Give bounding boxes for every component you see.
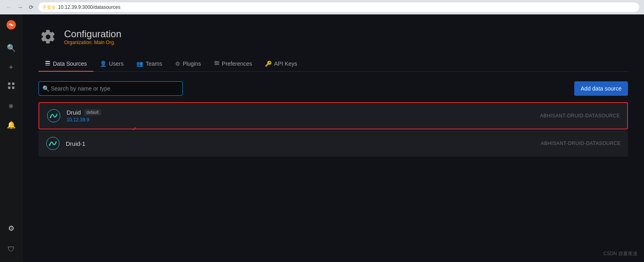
explore-icon: ⎈	[9, 102, 13, 110]
sidebar-item-new[interactable]: +	[2, 58, 20, 76]
svg-rect-3	[12, 83, 14, 85]
sidebar-item-config[interactable]: ⚙	[2, 220, 20, 237]
grafana-logo[interactable]	[4, 18, 18, 32]
tab-preferences[interactable]: Preferences	[208, 56, 258, 72]
tab-apikeys[interactable]: 🔑 API Keys	[258, 56, 304, 72]
svg-point-12	[215, 61, 216, 62]
plugins-tab-icon: ⚙	[175, 60, 180, 67]
sidebar: 🔍 + ⎈ 🔔 ⚙	[0, 14, 22, 262]
tab-teams-label: Teams	[145, 60, 162, 67]
search-wrapper: 🔍	[38, 81, 183, 96]
tab-users-label: Users	[109, 60, 124, 67]
url-text: 10.12.39.9:3000/datasources	[58, 4, 120, 10]
search-row: 🔍 Add data source	[38, 81, 628, 96]
datasource-tag-1: ABHISANT-DRUID-DATASOURCE	[541, 141, 621, 146]
svg-point-13	[217, 62, 218, 64]
plus-icon: +	[9, 63, 13, 72]
users-tab-icon: 👤	[100, 60, 107, 67]
datasource-badge: default	[84, 109, 101, 115]
app-container: 🔍 + ⎈ 🔔 ⚙	[0, 14, 644, 262]
svg-point-1	[10, 24, 12, 26]
search-input[interactable]	[38, 81, 183, 96]
gear-icon: ⚙	[8, 224, 14, 233]
svg-rect-6	[45, 61, 50, 62]
tab-datasources-label: Data Sources	[53, 60, 87, 67]
datasource-name-row: Druid default	[67, 109, 535, 116]
sidebar-item-dashboards[interactable]	[2, 78, 20, 95]
datasource-name: Druid	[67, 109, 81, 116]
svg-rect-5	[12, 87, 14, 89]
page-header-text: Configuration Organization: Main Org.	[64, 28, 121, 45]
search-icon: 🔍	[42, 85, 49, 92]
svg-rect-7	[45, 63, 50, 64]
add-datasource-button[interactable]: Add data source	[574, 81, 628, 96]
security-warning: 不安全	[42, 4, 56, 10]
back-button[interactable]: ←	[5, 3, 13, 11]
datasource-url: 10.12.39.9	[67, 117, 535, 123]
search-icon: 🔍	[7, 44, 16, 52]
main-content: Configuration Organization: Main Org. Da…	[22, 14, 644, 262]
tabs: Data Sources 👤 Users 👥 Teams ⚙ Plugins	[38, 56, 628, 72]
svg-point-16	[50, 117, 51, 118]
address-bar[interactable]: 不安全 10.12.39.9:3000/datasources	[38, 2, 639, 12]
datasource-name-row-1: Druid-1	[66, 140, 535, 147]
tab-users[interactable]: 👤 Users	[93, 56, 130, 72]
page-title: Configuration	[64, 28, 121, 40]
apikeys-tab-icon: 🔑	[265, 60, 272, 67]
datasource-list: Druid default 10.12.39.9 ABHISANT-DRUID-…	[38, 102, 628, 157]
datasource-name-1: Druid-1	[66, 140, 85, 147]
reload-button[interactable]: ⟳	[27, 3, 35, 11]
tab-plugins-label: Plugins	[183, 60, 201, 67]
page-subtitle: Organization: Main Org.	[64, 40, 121, 45]
page-header: Configuration Organization: Main Org.	[38, 27, 628, 46]
bell-icon: 🔔	[7, 121, 16, 129]
datasource-info-druid-1: Druid-1	[66, 140, 535, 147]
sidebar-item-shield[interactable]: 🛡	[2, 240, 20, 258]
datasource-item-druid-1[interactable]: Druid-1 ABHISANT-DRUID-DATASOURCE	[38, 130, 628, 157]
datasource-item-druid-default[interactable]: Druid default 10.12.39.9 ABHISANT-DRUID-…	[38, 102, 628, 129]
tab-teams[interactable]: 👥 Teams	[130, 56, 168, 72]
tab-apikeys-label: API Keys	[274, 60, 297, 67]
teams-tab-icon: 👥	[136, 60, 143, 67]
svg-point-19	[49, 144, 50, 146]
druid-1-icon	[46, 136, 60, 151]
preferences-tab-icon	[214, 60, 220, 67]
svg-rect-2	[8, 83, 10, 85]
datasource-tab-icon	[45, 60, 50, 67]
svg-rect-8	[45, 65, 50, 66]
tab-datasources[interactable]: Data Sources	[38, 56, 93, 72]
tab-preferences-label: Preferences	[222, 60, 252, 67]
config-icon	[38, 27, 58, 46]
druid-icon	[46, 109, 61, 123]
sidebar-item-alerting[interactable]: 🔔	[2, 116, 20, 134]
sidebar-item-explore[interactable]: ⎈	[2, 97, 20, 115]
svg-rect-4	[8, 87, 10, 89]
datasource-info-druid-default: Druid default 10.12.39.9	[67, 109, 535, 123]
sidebar-item-search[interactable]: 🔍	[2, 39, 20, 57]
watermark: CSDN @夏夜迷	[603, 250, 638, 257]
tab-plugins[interactable]: ⚙ Plugins	[169, 56, 208, 72]
svg-point-14	[215, 64, 216, 65]
datasource-tag: ABHISANT-DRUID-DATASOURCE	[540, 113, 620, 119]
shield-icon: 🛡	[8, 245, 15, 254]
forward-button[interactable]: →	[16, 3, 24, 11]
dashboards-icon	[8, 82, 15, 91]
browser-bar: ← → ⟳ 不安全 10.12.39.9:3000/datasources	[0, 0, 644, 14]
